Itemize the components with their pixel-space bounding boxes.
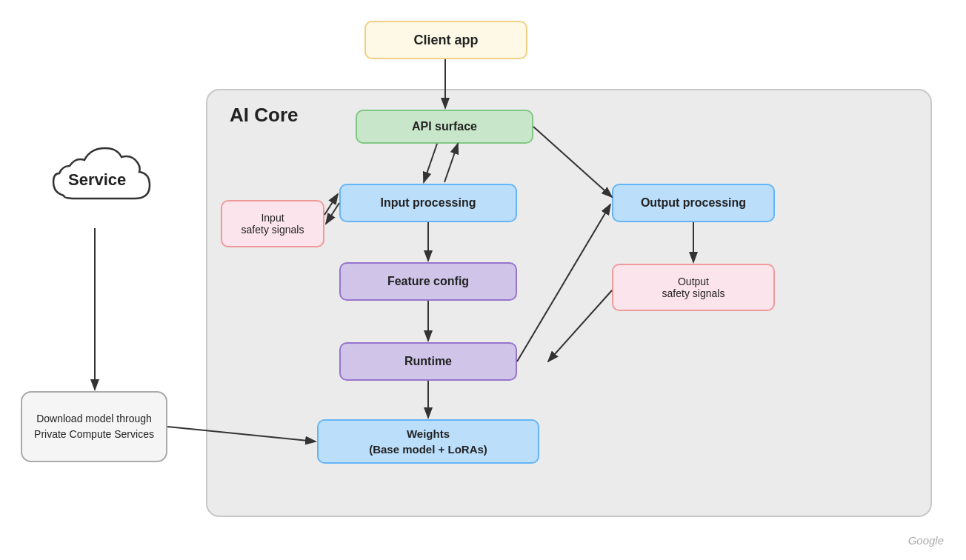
input-safety-box: Inputsafety signals [221, 200, 324, 247]
api-surface-label: API surface [412, 120, 477, 133]
runtime-label: Runtime [404, 355, 452, 368]
google-watermark: Google [908, 534, 944, 547]
weights-label1: Weights [407, 426, 450, 441]
ai-core-container: AI Core [206, 89, 932, 517]
output-processing-box: Output processing [612, 184, 775, 222]
feature-config-box: Feature config [339, 262, 517, 301]
client-app-box: Client app [364, 21, 527, 59]
input-processing-label: Input processing [381, 196, 476, 210]
client-app-label: Client app [413, 33, 478, 48]
weights-label2: (Base model + LoRAs) [369, 441, 487, 457]
output-safety-label: Outputsafety signals [662, 276, 725, 299]
weights-box: Weights (Base model + LoRAs) [317, 419, 539, 464]
ai-core-label: AI Core [230, 104, 298, 127]
api-surface-box: API surface [356, 110, 533, 144]
input-processing-box: Input processing [339, 184, 517, 222]
download-model-label: Download model through Private Compute S… [30, 411, 159, 442]
runtime-box: Runtime [339, 342, 517, 381]
diagram-container: Client app AI Core API surface Input pro… [0, 0, 966, 560]
output-safety-box: Outputsafety signals [612, 264, 775, 311]
feature-config-label: Feature config [387, 275, 469, 288]
service-label: Service [68, 170, 126, 190]
output-processing-label: Output processing [641, 196, 746, 210]
download-model-box: Download model through Private Compute S… [21, 391, 167, 462]
input-safety-label: Inputsafety signals [242, 212, 304, 236]
